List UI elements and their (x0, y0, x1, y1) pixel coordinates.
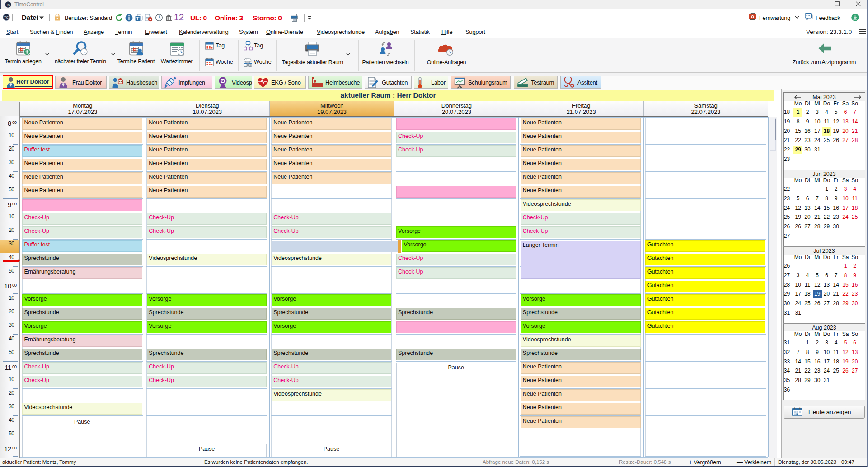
svg-text:TC: TC (6, 3, 10, 6)
svg-text:TC: TC (4, 15, 9, 19)
